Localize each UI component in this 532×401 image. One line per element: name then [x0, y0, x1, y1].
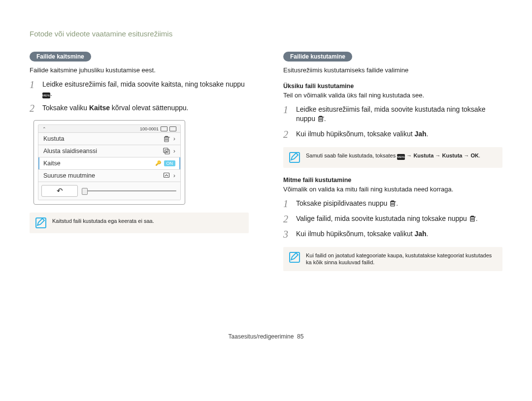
- row-label: Suuruse muutmine: [43, 172, 95, 179]
- on-toggle: ON: [164, 160, 176, 166]
- camera-menu-screenshot: ⌃ 100-0001 Kustuta ›: [33, 120, 185, 205]
- protect-intro: Failide kaitsmine juhusliku kustutamise …: [30, 66, 249, 74]
- pill-protect: Failide kaitsmine: [30, 52, 91, 62]
- multi-step-1: 1 Toksake pisipildivaates nuppu .: [283, 199, 502, 209]
- counter-text: 100-0001: [140, 126, 159, 131]
- multi-step-2: 2 Valige failid, mida soovite kustutada …: [283, 214, 502, 224]
- pill-delete: Failide kustutamine: [283, 52, 352, 62]
- single-step-2: 2 Kui ilmub hüpiksõnum, toksake valikut …: [283, 129, 502, 139]
- menu-row-protect: Kaitse 🔑 ON: [38, 157, 180, 169]
- menu-row-delete: Kustuta ›: [38, 132, 180, 145]
- page-title: Fotode või videote vaatamine esitusrežii…: [30, 30, 502, 38]
- row-label: Kustuta: [43, 135, 64, 142]
- right-column: Failide kustutamine Esitusrežiimis kustu…: [283, 52, 502, 279]
- scroll-up-caret: ⌃: [42, 126, 46, 131]
- multi-step-3: 3 Kui ilmub hüpiksõnum, toksake valikut …: [283, 229, 502, 239]
- step-number: 2: [30, 103, 36, 113]
- key-icon: 🔑: [155, 160, 161, 166]
- single-delete-head: Üksiku faili kustutamine: [283, 83, 502, 90]
- note-icon: [289, 152, 300, 163]
- protect-step-2: 2 Toksake valiku Kaitse kõrval olevat sä…: [30, 103, 249, 113]
- step-text: Toksake pisipildivaates nuppu .: [296, 199, 398, 209]
- slider: [81, 182, 180, 200]
- battery-icon: [169, 126, 176, 131]
- screenshot-titlebar: ⌃ 100-0001: [38, 125, 180, 132]
- menu-icon: MENU: [397, 154, 405, 160]
- left-column: Failide kaitsmine Failide kaitsmine juhu…: [30, 52, 249, 279]
- step-number: 2: [283, 129, 290, 139]
- note-text: Kui failid on jaotatud kategooriate kaup…: [306, 252, 497, 267]
- trash-icon: [163, 135, 170, 142]
- note-also-delete: Samuti saab faile kustutada, toksates ME…: [283, 147, 502, 168]
- note-text: Kaitstud faili kustutada ega keerata ei …: [52, 217, 243, 225]
- single-delete-intro: Teil on võimalik valida üks fail ning ku…: [283, 92, 502, 99]
- trash-icon: [317, 115, 324, 124]
- step-number: 2: [283, 214, 290, 224]
- step-number: 1: [30, 80, 36, 98]
- resize-icon: [163, 172, 170, 179]
- menu-row-resize: Suuruse muutmine ›: [38, 169, 180, 182]
- step-text: Kui ilmub hüpiksõnum, toksake valikut Ja…: [296, 229, 428, 239]
- step-text: Toksake valiku Kaitse kõrval olevat sätt…: [42, 103, 189, 113]
- slideshow-icon: [163, 148, 170, 154]
- note-protect: Kaitstud faili kustutada ega keerata ei …: [30, 213, 249, 233]
- note-category-delete: Kui failid on jaotatud kategooriate kaup…: [283, 247, 502, 272]
- row-label: Kaitse: [43, 160, 61, 167]
- note-icon: [289, 252, 300, 263]
- step-text: Leidke esitusrežiimis fail, mida soovite…: [296, 105, 502, 124]
- menu-row-slideshow: Alusta slaidiseanssi ›: [38, 145, 180, 157]
- step-number: 1: [283, 105, 290, 124]
- step-text: Valige failid, mida soovite kustutada ni…: [296, 214, 478, 224]
- delete-intro: Esitusrežiimis kustutamiseks failide val…: [283, 66, 502, 74]
- back-button: ↶: [41, 185, 78, 197]
- row-label: Alusta slaidiseanssi: [43, 148, 97, 154]
- protect-step-1: 1 Leidke esitusrežiimis fail, mida soovi…: [30, 80, 249, 98]
- multi-delete-intro: Võimalik on valida ka mitu faili ning ku…: [283, 185, 502, 193]
- step-text: Kui ilmub hüpiksõnum, toksake valikut Ja…: [296, 129, 428, 139]
- single-step-1: 1 Leidke esitusrežiimis fail, mida soovi…: [283, 105, 502, 124]
- multi-delete-head: Mitme faili kustutamine: [283, 177, 502, 184]
- step-number: 1: [283, 199, 290, 209]
- step-number: 3: [283, 229, 290, 239]
- card-icon: [161, 126, 167, 131]
- trash-icon: [469, 215, 476, 224]
- note-icon: [35, 217, 46, 228]
- note-text: Samuti saab faile kustutada, toksates ME…: [306, 152, 497, 160]
- footer-page: 85: [297, 333, 303, 340]
- page-footer: Taasesitus/redigeerimine 85: [30, 333, 502, 340]
- step-text: Leidke esitusrežiimis fail, mida soovite…: [42, 80, 249, 98]
- menu-icon: MENU: [42, 93, 50, 98]
- footer-label: Taasesitus/redigeerimine: [229, 333, 294, 340]
- trash-icon: [389, 200, 396, 209]
